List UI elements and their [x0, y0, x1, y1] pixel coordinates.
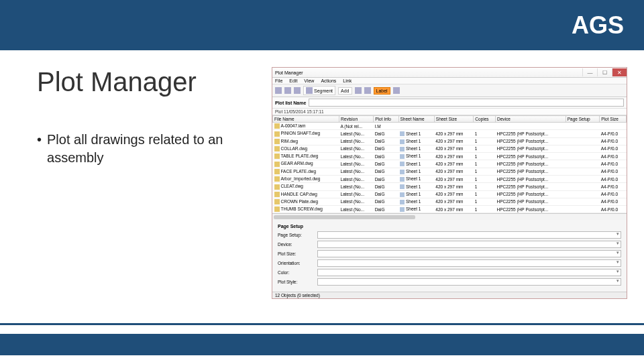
toolbar-icon[interactable]: [393, 87, 400, 94]
scroll-thumb[interactable]: [274, 215, 415, 219]
file-icon: [274, 139, 280, 144]
table-row[interactable]: RIM.dwgLatest (No...DaiGSheet 1420 x 297…: [273, 137, 627, 145]
file-icon: [274, 154, 280, 159]
sheet-icon: [400, 170, 405, 174]
search-input[interactable]: [309, 99, 624, 107]
table-row[interactable]: A-00047.iamA (Not rel...I.M: [273, 123, 627, 130]
col-plotinfo[interactable]: Plot Info: [374, 116, 398, 123]
sheet-icon: [400, 162, 405, 166]
page-setup-panel: Page Setup Page Setup:Device:Plot Size:O…: [272, 220, 627, 292]
file-icon: [274, 192, 280, 197]
menu-edit[interactable]: Edit: [289, 78, 297, 83]
segment-icon: [306, 87, 313, 94]
page-setup-row: Plot Style:: [278, 278, 621, 286]
col-plotsize[interactable]: Plot Size: [600, 116, 627, 123]
menu-actions[interactable]: Actions: [321, 78, 336, 83]
page-setup-dropdown[interactable]: [317, 259, 621, 267]
bullet-text: Plot all drawings related to an assembly: [47, 131, 252, 167]
sheet-icon: [400, 147, 405, 152]
toolbar-icon[interactable]: [284, 87, 291, 94]
toolbar-icon[interactable]: [294, 87, 301, 94]
sheet-icon: [400, 192, 405, 197]
table-row[interactable]: GEAR ARM.dwgLatest (No...DaiGSheet 1420 …: [273, 160, 627, 168]
table-row[interactable]: TABLE PLATE.dwgLatest (No...DaiGSheet 14…: [273, 153, 627, 160]
toolbar-icon[interactable]: [364, 87, 371, 94]
page-setup-title: Page Setup: [278, 224, 621, 229]
col-pagesetup[interactable]: Page Setup: [566, 116, 600, 123]
file-icon: [274, 176, 280, 182]
table-row[interactable]: CROWN Plate.dwgLatest (No...DaiGSheet 14…: [273, 198, 627, 205]
page-setup-dropdown[interactable]: [317, 231, 621, 239]
menu-view[interactable]: View: [304, 78, 314, 83]
bullet-dot: •: [37, 131, 42, 167]
col-revision[interactable]: Revision: [339, 116, 374, 123]
sheet-icon: [400, 207, 405, 212]
table-row[interactable]: FACE PLATE.dwgLatest (No...DaiGSheet 142…: [273, 168, 627, 175]
bullet-item: • Plot all drawings related to an assemb…: [37, 131, 252, 167]
page-setup-label: Orientation:: [278, 261, 315, 265]
status-bar: 12 Objects (0 selected): [272, 292, 627, 298]
table-row[interactable]: CLEAT.dwgLatest (No...DaiGSheet 1420 x 2…: [273, 183, 627, 190]
toolbar-icon[interactable]: [275, 87, 282, 94]
file-icon: [274, 206, 280, 212]
segment-button[interactable]: Segment: [303, 86, 335, 95]
menu-link[interactable]: Link: [343, 78, 352, 83]
horizontal-scrollbar[interactable]: [272, 213, 627, 220]
search-row: Plot list Name: [272, 97, 627, 109]
page-setup-dropdown[interactable]: [317, 278, 621, 286]
brand-title: AGS: [572, 11, 624, 40]
window-title: Plot Manager: [275, 70, 303, 75]
file-icon: [274, 131, 280, 137]
sheet-icon: [400, 177, 405, 182]
page-setup-row: Color:: [278, 269, 621, 276]
titlebar[interactable]: Plot Manager — ☐ ✕: [272, 68, 627, 78]
close-button[interactable]: ✕: [612, 68, 627, 76]
page-setup-row: Orientation:: [278, 259, 621, 267]
file-icon: [274, 199, 280, 204]
page-setup-dropdown[interactable]: [317, 241, 621, 248]
file-icon: [274, 146, 280, 152]
divider-stripe: [0, 323, 644, 325]
footer-stripe: [0, 334, 644, 355]
status-line: Plot 11/05/2014 15:17:11: [272, 109, 627, 115]
search-label: Plot list Name: [275, 101, 306, 105]
table-row[interactable]: PINION SHAFT.dwgLatest (No...DaiGSheet 1…: [273, 130, 627, 137]
page-setup-row: Plot Size:: [278, 250, 621, 257]
add-button[interactable]: Add: [338, 87, 352, 95]
slide-header: AGS: [0, 0, 644, 50]
page-setup-dropdown[interactable]: [317, 250, 621, 257]
col-device[interactable]: Device: [496, 116, 566, 123]
sheet-icon: [400, 154, 405, 159]
page-setup-label: Color:: [278, 270, 315, 275]
menu-file[interactable]: File: [275, 78, 282, 83]
table-header-row: File Name Revision Plot Info Sheet Name …: [273, 116, 627, 123]
app-window: Plot Manager — ☐ ✕ File Edit View Action…: [272, 67, 627, 299]
table-row[interactable]: THUMB SCREW.dwgLatest (No...DaiGSheet 14…: [273, 206, 627, 213]
menubar: File Edit View Actions Link: [272, 78, 627, 84]
page-setup-row: Page Setup:: [278, 231, 621, 239]
col-sheetname[interactable]: Sheet Name: [398, 116, 434, 123]
col-sheetsize[interactable]: Sheet Size: [434, 116, 474, 123]
table-row[interactable]: HANDLE CAP.dwgLatest (No...DaiGSheet 142…: [273, 190, 627, 198]
sheet-icon: [400, 184, 405, 189]
minimize-button[interactable]: —: [582, 68, 597, 76]
maximize-button[interactable]: ☐: [597, 68, 612, 76]
sheet-icon: [400, 200, 405, 204]
col-filename[interactable]: File Name: [273, 116, 339, 123]
bullet-list: • Plot all drawings related to an assemb…: [37, 131, 252, 167]
table-row[interactable]: COLLAR.dwgLatest (No...DaiGSheet 1420 x …: [273, 145, 627, 152]
sheet-icon: [400, 139, 405, 144]
page-setup-label: Device:: [278, 242, 315, 247]
label-button[interactable]: Label: [374, 87, 390, 95]
toolbar-icon[interactable]: [355, 87, 362, 94]
page-setup-row: Device:: [278, 241, 621, 248]
page-setup-dropdown[interactable]: [317, 269, 621, 276]
table-row[interactable]: Arbor_Imported.dwgLatest (No...DaiGSheet…: [273, 175, 627, 182]
col-copies[interactable]: Copies: [474, 116, 496, 123]
toolbar: Segment Add Label: [272, 84, 627, 97]
page-setup-label: Plot Size:: [278, 251, 315, 256]
page-setup-label: Plot Style:: [278, 280, 315, 284]
page-setup-label: Page Setup:: [278, 233, 315, 237]
file-icon: [274, 169, 280, 174]
slide-title: Plot Manager: [37, 67, 252, 97]
